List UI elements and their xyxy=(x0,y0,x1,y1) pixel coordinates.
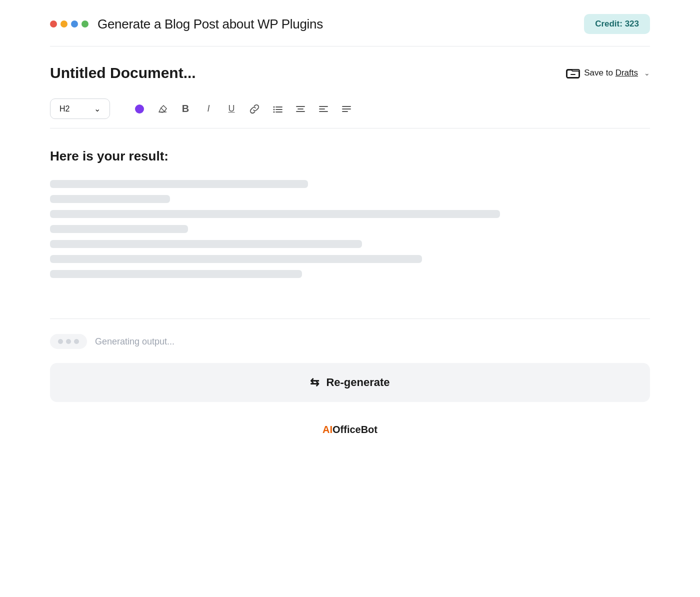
loading-dot-2 xyxy=(66,339,71,344)
skeleton-content xyxy=(50,180,650,278)
skeleton-line xyxy=(50,210,500,218)
dot-orange xyxy=(60,20,68,28)
bold-button[interactable]: B xyxy=(176,100,194,118)
heading-chevron-icon: ⌄ xyxy=(94,104,100,114)
document-header: Untitled Document... Save to Drafts ⌄ xyxy=(50,46,650,94)
align-left-icon xyxy=(318,104,329,114)
skeleton-line xyxy=(50,225,188,233)
folder-icon xyxy=(566,68,580,78)
heading-select[interactable]: H2 ⌄ xyxy=(50,98,110,119)
regenerate-button[interactable]: ⇆ Re-generate xyxy=(50,363,650,402)
dot-blue xyxy=(71,20,78,28)
drafts-underline: Drafts xyxy=(616,68,638,78)
toolbar-separator-1 xyxy=(120,102,120,116)
heading-value: H2 xyxy=(60,104,70,114)
brand-officebot: OfficeBot xyxy=(332,424,378,435)
align-justify-button[interactable] xyxy=(338,100,356,118)
skeleton-line xyxy=(50,240,362,248)
brand-name: AIOfficeBot xyxy=(50,424,650,436)
dot-green xyxy=(82,20,88,28)
credit-badge: Credit: 323 xyxy=(584,14,650,34)
chevron-down-icon: ⌄ xyxy=(644,69,650,77)
italic-button[interactable]: I xyxy=(200,100,218,118)
app-header: Generate a Blog Post about WP Plugins Cr… xyxy=(50,0,650,46)
align-justify-icon xyxy=(341,104,352,114)
bullet-list-button[interactable] xyxy=(268,100,286,118)
footer: AIOfficeBot xyxy=(50,412,650,446)
dot-red xyxy=(50,20,57,28)
align-left-button[interactable] xyxy=(314,100,332,118)
save-drafts-button[interactable]: Save to Drafts ⌄ xyxy=(566,68,650,78)
link-icon xyxy=(249,104,260,114)
document-title: Untitled Document... xyxy=(50,64,196,82)
link-button[interactable] xyxy=(246,100,264,118)
header-left: Generate a Blog Post about WP Plugins xyxy=(50,16,323,32)
skeleton-line xyxy=(50,195,170,203)
align-center-icon xyxy=(295,104,306,114)
content-area: Here is your result: xyxy=(50,128,650,318)
bold-icon: B xyxy=(182,103,189,114)
align-center-button[interactable] xyxy=(292,100,310,118)
save-drafts-label: Save to Drafts xyxy=(584,68,638,78)
eraser-icon xyxy=(158,104,168,114)
loading-dot-1 xyxy=(58,339,63,344)
bullet-list-icon xyxy=(272,104,283,114)
svg-point-6 xyxy=(274,108,275,110)
formatting-toolbar: H2 ⌄ B I U xyxy=(50,94,650,128)
generating-row: Generating output... xyxy=(50,334,650,349)
skeleton-line xyxy=(50,180,308,188)
window-dots xyxy=(50,20,88,28)
brand-ai: AI xyxy=(322,424,332,435)
underline-button[interactable]: U xyxy=(222,100,240,118)
loading-dots xyxy=(50,334,87,349)
italic-icon: I xyxy=(207,104,210,114)
regenerate-icon: ⇆ xyxy=(310,376,319,389)
underline-icon: U xyxy=(228,104,235,114)
page-title: Generate a Blog Post about WP Plugins xyxy=(98,16,323,32)
bottom-area: Generating output... ⇆ Re-generate xyxy=(50,318,650,412)
color-dot-icon xyxy=(135,104,144,114)
generating-text: Generating output... xyxy=(95,336,174,347)
regenerate-label: Re-generate xyxy=(326,376,390,389)
skeleton-line xyxy=(50,270,302,278)
svg-point-5 xyxy=(274,106,275,108)
color-picker-button[interactable] xyxy=(130,100,148,118)
loading-dot-3 xyxy=(74,339,79,344)
skeleton-line xyxy=(50,255,422,263)
eraser-button[interactable] xyxy=(154,100,172,118)
result-heading: Here is your result: xyxy=(50,148,650,164)
svg-point-7 xyxy=(274,111,275,112)
